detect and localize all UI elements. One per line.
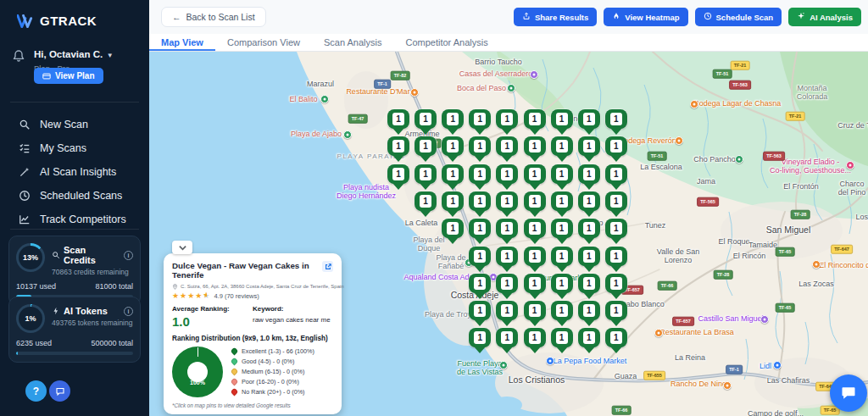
map-pin[interactable]: 1 bbox=[605, 109, 627, 136]
map-pin[interactable]: 1 bbox=[524, 301, 546, 328]
map-pin[interactable]: 1 bbox=[496, 328, 518, 355]
share-results-button[interactable]: Share Results bbox=[514, 8, 597, 26]
map-pin[interactable]: 1 bbox=[387, 109, 409, 136]
poi-icon[interactable] bbox=[507, 84, 515, 92]
map-pin[interactable]: 1 bbox=[551, 164, 573, 191]
map-pin[interactable]: 1 bbox=[469, 136, 491, 164]
poi-icon[interactable] bbox=[675, 136, 683, 145]
chat-fab-button[interactable] bbox=[830, 374, 867, 412]
map-pin[interactable]: 1 bbox=[605, 164, 627, 191]
tab-map-view[interactable]: Map View bbox=[149, 34, 215, 51]
map-pin[interactable]: 1 bbox=[415, 164, 437, 191]
map-pin[interactable]: 1 bbox=[551, 274, 573, 301]
map-pin[interactable]: 1 bbox=[496, 274, 518, 301]
map-pin[interactable]: 1 bbox=[578, 164, 600, 191]
chevron-down-icon[interactable]: ▼ bbox=[107, 52, 114, 59]
view-heatmap-button[interactable]: View Heatmap bbox=[604, 8, 687, 26]
map-pin[interactable]: 1 bbox=[605, 191, 627, 219]
map-pin[interactable]: 1 bbox=[524, 247, 546, 274]
map-pin[interactable]: 1 bbox=[415, 136, 437, 164]
map[interactable]: Barrio TauchoCasas del AserraderoBoca de… bbox=[149, 52, 868, 416]
sidebar-item-new-scan[interactable]: New Scan bbox=[0, 113, 149, 136]
map-pin[interactable]: 1 bbox=[496, 164, 518, 191]
map-pin[interactable]: 1 bbox=[496, 109, 518, 136]
sidebar-item-my-scans[interactable]: My Scans bbox=[0, 136, 149, 160]
map-pin[interactable]: 1 bbox=[578, 136, 600, 164]
tab-competitor-analysis[interactable]: Competitor Analysis bbox=[393, 34, 499, 51]
map-pin[interactable]: 1 bbox=[415, 191, 437, 219]
collapse-card-button[interactable] bbox=[172, 241, 192, 254]
map-pin[interactable]: 1 bbox=[469, 191, 491, 219]
user-greeting[interactable]: Hi, Octavian C. bbox=[34, 49, 103, 59]
map-pin[interactable]: 1 bbox=[442, 219, 464, 246]
poi-icon[interactable] bbox=[499, 361, 508, 369]
map-pin[interactable]: 1 bbox=[442, 191, 464, 219]
bell-icon[interactable] bbox=[12, 49, 25, 63]
map-pin[interactable]: 1 bbox=[469, 109, 491, 136]
map-pin[interactable]: 1 bbox=[578, 328, 600, 355]
map-pin[interactable]: 1 bbox=[551, 219, 573, 246]
map-pin[interactable]: 1 bbox=[496, 247, 518, 274]
map-pin[interactable]: 1 bbox=[578, 219, 600, 246]
sidebar-item-scheduled-scans[interactable]: Scheduled Scans bbox=[0, 184, 149, 208]
map-pin[interactable]: 1 bbox=[551, 109, 573, 136]
map-pin[interactable]: 1 bbox=[524, 191, 546, 219]
poi-icon[interactable] bbox=[760, 315, 769, 324]
map-pin[interactable]: 1 bbox=[442, 136, 464, 164]
ai-analysis-button[interactable]: AI Analysis bbox=[788, 8, 861, 26]
map-pin[interactable]: 1 bbox=[551, 328, 573, 355]
help-button[interactable]: ? bbox=[25, 380, 47, 402]
map-pin[interactable]: 1 bbox=[605, 219, 627, 246]
poi-icon[interactable] bbox=[410, 88, 419, 97]
map-pin[interactable]: 1 bbox=[605, 247, 627, 274]
map-pin[interactable]: 1 bbox=[387, 164, 409, 191]
map-pin[interactable]: 1 bbox=[524, 136, 546, 164]
map-pin[interactable]: 1 bbox=[469, 328, 491, 355]
poi-icon[interactable] bbox=[530, 70, 538, 79]
external-link-icon[interactable] bbox=[322, 261, 333, 272]
map-pin[interactable]: 1 bbox=[524, 328, 546, 355]
back-to-scan-list-button[interactable]: ← Back to Scan List bbox=[161, 7, 266, 27]
tab-comparison-view[interactable]: Comparison View bbox=[215, 34, 312, 51]
map-pin[interactable]: 1 bbox=[387, 136, 409, 164]
map-pin[interactable]: 1 bbox=[578, 247, 600, 274]
map-pin[interactable]: 1 bbox=[496, 191, 518, 219]
feedback-chat-button[interactable] bbox=[49, 380, 70, 402]
map-pin[interactable]: 1 bbox=[469, 274, 491, 301]
map-pin[interactable]: 1 bbox=[551, 191, 573, 219]
map-pin[interactable]: 1 bbox=[524, 274, 546, 301]
map-pin[interactable]: 1 bbox=[578, 301, 600, 328]
map-pin[interactable]: 1 bbox=[524, 109, 546, 136]
map-pin[interactable]: 1 bbox=[578, 274, 600, 301]
map-pin[interactable]: 1 bbox=[605, 328, 627, 355]
poi-icon[interactable] bbox=[723, 381, 732, 390]
map-pin[interactable]: 1 bbox=[524, 219, 546, 246]
map-pin[interactable]: 1 bbox=[469, 164, 491, 191]
map-pin[interactable]: 1 bbox=[496, 219, 518, 246]
poi-icon[interactable] bbox=[846, 161, 854, 169]
map-pin[interactable]: 1 bbox=[605, 274, 627, 301]
schedule-scan-button[interactable]: Schedule Scan bbox=[695, 8, 782, 26]
map-pin[interactable]: 1 bbox=[496, 136, 518, 164]
map-pin[interactable]: 1 bbox=[442, 164, 464, 191]
map-pin[interactable]: 1 bbox=[415, 109, 437, 136]
view-plan-button[interactable]: View Plan bbox=[34, 68, 103, 84]
map-pin[interactable]: 1 bbox=[551, 247, 573, 274]
map-pin[interactable]: 1 bbox=[496, 301, 518, 328]
poi-icon[interactable] bbox=[773, 361, 782, 369]
poi-icon[interactable] bbox=[546, 357, 554, 365]
poi-icon[interactable] bbox=[735, 155, 743, 164]
sidebar-item-track-competitors[interactable]: Track Competitors bbox=[0, 208, 149, 231]
poi-icon[interactable] bbox=[690, 100, 698, 108]
poi-icon[interactable] bbox=[654, 329, 663, 337]
poi-icon[interactable] bbox=[320, 95, 329, 103]
map-pin[interactable]: 1 bbox=[551, 136, 573, 164]
map-pin[interactable]: 1 bbox=[578, 191, 600, 219]
map-pin[interactable]: 1 bbox=[469, 247, 491, 274]
poi-icon[interactable] bbox=[812, 260, 821, 269]
tab-scan-analysis[interactable]: Scan Analysis bbox=[312, 34, 393, 51]
map-pin[interactable]: 1 bbox=[605, 301, 627, 328]
map-pin[interactable]: 1 bbox=[578, 109, 600, 136]
info-icon[interactable]: i bbox=[124, 307, 133, 316]
map-pin[interactable]: 1 bbox=[551, 301, 573, 328]
